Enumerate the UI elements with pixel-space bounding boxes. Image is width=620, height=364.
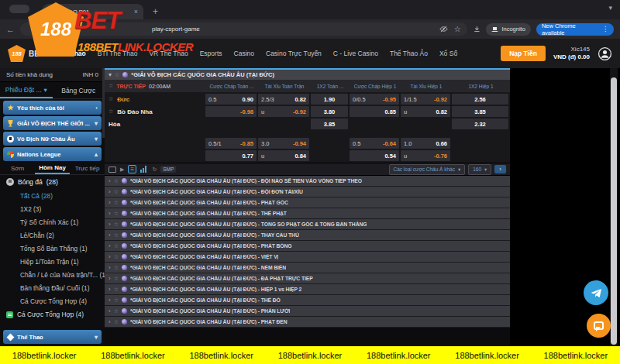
day-tab-2[interactable]: Trực tiếp bbox=[70, 163, 105, 174]
market-row-4[interactable]: ›☆*GIẢI VÔ ĐỊCH CÁC QUỐC GIA CHÂU ÂU (TẠ… bbox=[105, 219, 510, 230]
play-icon[interactable]: ▶ bbox=[120, 167, 124, 172]
odds-cell[interactable]: 0.50.90 bbox=[205, 94, 257, 105]
nav-item-8[interactable]: Xổ Số bbox=[439, 50, 457, 57]
nav-item-2[interactable]: VR Thể Thao bbox=[149, 50, 188, 57]
nav-item-0[interactable]: Thể Thao bbox=[57, 50, 86, 57]
odds-cell[interactable]: 0.5-0.64 bbox=[350, 138, 399, 149]
next-page-button[interactable]: › bbox=[494, 165, 506, 173]
star-icon[interactable]: ☆ bbox=[108, 96, 113, 102]
market-row-1[interactable]: ›☆*GIẢI VÔ ĐỊCH CÁC QUỐC GIA CHÂU ÂU (TẠ… bbox=[105, 187, 510, 197]
odds-cell[interactable]: 3.85 bbox=[452, 106, 508, 117]
sidebar-accordion-2[interactable]: Vô Địch Nữ Châu Âu▾ bbox=[3, 132, 102, 146]
market-row-5[interactable]: ›☆*GIẢI VÔ ĐỊCH CÁC QUỐC GIA CHÂU ÂU (TẠ… bbox=[105, 230, 510, 241]
omnibox[interactable]: play-csport-game ☆ bbox=[20, 22, 467, 36]
star-icon[interactable]: ☆ bbox=[114, 287, 119, 293]
odds-cell[interactable]: 0.5/1-0.85 bbox=[205, 138, 257, 149]
filter-item-1[interactable]: 1X2 (3) bbox=[0, 202, 105, 215]
star-icon[interactable]: ☆ bbox=[114, 265, 119, 271]
smp-button[interactable]: SMP bbox=[160, 166, 176, 173]
market-row-10[interactable]: ›☆*GIẢI VÔ ĐỊCH CÁC QUỐC GIA CHÂU ÂU (TẠ… bbox=[105, 284, 510, 295]
star-icon[interactable]: ☆ bbox=[114, 297, 119, 304]
odds-cell[interactable]: 2.32 bbox=[452, 118, 508, 129]
nav-item-5[interactable]: Casino Trực Tuyến bbox=[266, 50, 322, 57]
odds-cell[interactable]: u-0.92 bbox=[258, 106, 309, 117]
bookmark-star-icon[interactable]: ☆ bbox=[454, 26, 461, 33]
avatar-icon[interactable] bbox=[598, 46, 612, 61]
count-select[interactable]: 160 ▾ bbox=[468, 164, 491, 175]
market-row-8[interactable]: ›☆*GIẢI VÔ ĐỊCH CÁC QUỐC GIA CHÂU ÂU (TẠ… bbox=[105, 263, 510, 273]
nav-item-3[interactable]: Esports bbox=[200, 50, 222, 57]
odds-cell[interactable]: 3.0-0.94 bbox=[258, 138, 309, 149]
day-tab-0[interactable]: Sớm bbox=[0, 163, 35, 174]
live-chat-button[interactable] bbox=[587, 314, 611, 338]
odds-cell[interactable]: u0.82 bbox=[401, 106, 450, 117]
star-icon[interactable]: ☆ bbox=[114, 308, 119, 314]
filter-item-3[interactable]: Lẻ/Chẵn (2) bbox=[0, 228, 105, 242]
market-row-9[interactable]: ›☆*GIẢI VÔ ĐỊCH CÁC QUỐC GIA CHÂU ÂU (TẠ… bbox=[105, 273, 510, 284]
sidebar-sport-header[interactable]: Bóng đá (28) bbox=[0, 175, 105, 189]
star-icon[interactable]: ☆ bbox=[114, 200, 119, 206]
odds-cell[interactable]: 0/0.5-0.95 bbox=[350, 94, 399, 105]
odds-cell[interactable]: u-0.76 bbox=[401, 150, 450, 161]
odds-cell[interactable]: -0.98 bbox=[205, 106, 257, 117]
nav-item-4[interactable]: Casino bbox=[234, 50, 254, 57]
filter-item-5[interactable]: Hiệp 1/Toàn Trận (1) bbox=[0, 255, 105, 268]
star-icon[interactable]: ☆ bbox=[114, 178, 119, 184]
list-view-icon[interactable]: ≡ bbox=[128, 165, 136, 173]
back-icon[interactable]: ← bbox=[6, 25, 15, 34]
star-icon[interactable]: ☆ bbox=[114, 232, 119, 239]
nav-item-1[interactable]: BTI Thể Thao bbox=[98, 50, 138, 57]
nav-item-7[interactable]: Thể Thao Ảo bbox=[390, 50, 428, 57]
filter-item-6[interactable]: Chẵn / Lẻ của Nửa trận/T... (1) bbox=[0, 268, 105, 281]
new-tab-button[interactable]: + bbox=[153, 8, 158, 15]
star-icon[interactable]: ☆ bbox=[108, 108, 113, 115]
sidebar-accordion-sports[interactable]: Thể Thao ▾ bbox=[3, 330, 102, 344]
odds-cell[interactable]: 1.00.66 bbox=[401, 138, 450, 149]
star-icon[interactable]: ☆ bbox=[114, 276, 119, 282]
market-row-13[interactable]: ›☆*GIẢI VÔ ĐỊCH CÁC QUỐC GIA CHÂU ÂU (TẠ… bbox=[105, 317, 510, 328]
odds-cell[interactable]: 1.90 bbox=[311, 94, 348, 105]
market-row-11[interactable]: ›☆*GIẢI VÔ ĐỊCH CÁC QUỐC GIA CHÂU ÂU (TẠ… bbox=[105, 295, 510, 306]
url-text[interactable]: play-csport-game bbox=[152, 26, 200, 33]
market-row-12[interactable]: ›☆*GIẢI VÔ ĐỊCH CÁC QUỐC GIA CHÂU ÂU (TẠ… bbox=[105, 306, 510, 317]
market-row-3[interactable]: ›☆*GIẢI VÔ ĐỊCH CÁC QUỐC GIA CHÂU ÂU (TẠ… bbox=[105, 208, 510, 219]
filter-item-2[interactable]: Tỷ Số Chính Xác (1) bbox=[0, 215, 105, 228]
chart-view-icon[interactable] bbox=[140, 166, 148, 173]
odds-cell[interactable]: 3.80 bbox=[311, 106, 348, 117]
star-icon[interactable]: ☆ bbox=[114, 319, 119, 325]
filter-item-4[interactable]: Tổng Số Bàn Thắng (1) bbox=[0, 242, 105, 255]
tab-bet-board[interactable]: Bảng Cược bbox=[53, 82, 105, 98]
market-row-7[interactable]: ›☆*GIẢI VÔ ĐỊCH CÁC QUỐC GIA CHÂU ÂU (TẠ… bbox=[105, 252, 510, 263]
site-logo-word[interactable]: BET bbox=[29, 50, 44, 58]
odds-cell[interactable]: 2.56 bbox=[452, 94, 508, 105]
filter-item-8[interactable]: Cá Cược Tổng Hợp (4) bbox=[0, 294, 105, 307]
odds-cell[interactable]: 1/1.5-0.92 bbox=[401, 94, 450, 105]
odds-cell[interactable]: 0.85 bbox=[350, 106, 399, 117]
star-icon[interactable]: ☆ bbox=[114, 221, 119, 228]
eye-off-icon[interactable] bbox=[439, 25, 448, 33]
market-row-2[interactable]: ›☆*GIẢI VÔ ĐỊCH CÁC QUỐC GIA CHÂU ÂU (TẠ… bbox=[105, 197, 510, 208]
telegram-button[interactable] bbox=[584, 280, 608, 305]
odds-cell[interactable]: 3.85 bbox=[311, 118, 348, 129]
star-icon[interactable]: ☆ bbox=[114, 189, 119, 195]
browser-tab[interactable]: THỂ THAO P01 × bbox=[43, 4, 143, 19]
tv-icon[interactable] bbox=[108, 167, 116, 173]
tab-bet-slip[interactable]: Phiếu Đặt ... ▾ bbox=[0, 82, 53, 98]
day-tab-1[interactable]: Hôm Nay bbox=[35, 163, 70, 174]
deposit-button[interactable]: Nạp Tiền bbox=[501, 46, 546, 61]
market-row-0[interactable]: ›☆*GIẢI VÔ ĐỊCH CÁC QUỐC GIA CHÂU ÂU (TẠ… bbox=[105, 176, 510, 187]
market-type-select[interactable]: Các loại cược Châu Á khác ▾ bbox=[389, 164, 466, 175]
odds-cell[interactable]: 2.5/30.82 bbox=[258, 94, 309, 105]
download-icon[interactable] bbox=[473, 25, 481, 33]
sidebar-accordion-0[interactable]: ★Yêu thích của tôi› bbox=[3, 101, 102, 115]
star-icon[interactable]: ☆ bbox=[108, 83, 113, 89]
odds-cell[interactable]: 0.77 bbox=[205, 150, 257, 161]
star-icon[interactable]: ☆ bbox=[114, 211, 119, 217]
sidebar-accordion-3[interactable]: Nations League▴ bbox=[3, 147, 102, 161]
site-logo-badge[interactable]: 188 bbox=[8, 45, 26, 62]
more-menu-icon[interactable]: ⋮ bbox=[602, 26, 608, 33]
chevron-down-icon[interactable]: ▾ bbox=[108, 71, 112, 78]
mix-parlay-item[interactable]: Cá Cược Tổng Hợp (4) bbox=[0, 307, 105, 321]
main-scrollbar-track[interactable] bbox=[610, 68, 618, 346]
nav-item-6[interactable]: C - Live Casino bbox=[333, 50, 378, 57]
